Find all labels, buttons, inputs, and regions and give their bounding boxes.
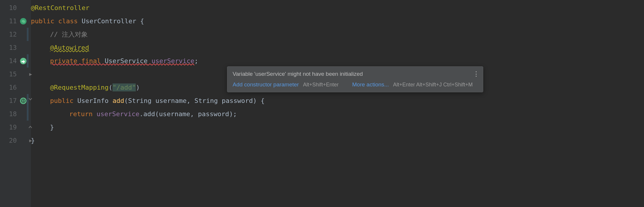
keyword-token: return [69,110,92,118]
punct-token: ) [136,84,140,91]
annotation-token: @Autowired [50,44,89,51]
tooltip-message: Variable 'userService' might not have be… [233,71,478,77]
change-marker [27,107,29,121]
code-line[interactable]: @Autowired [31,41,644,54]
more-actions-link[interactable]: More actions... [352,81,389,88]
gutter-row[interactable]: 18 [0,107,31,121]
change-marker [27,94,29,107]
type-token: String [128,97,151,104]
line-number: 20 [9,137,17,144]
param-token: password [222,97,253,104]
code-line[interactable]: // 注入对象 [31,28,644,41]
line-number: 17 [9,97,17,104]
punct-token: ); [229,110,237,118]
comment-token: // 注入对象 [50,30,88,39]
spring-web-icon[interactable] [19,97,27,105]
line-number: 18 [9,110,17,118]
tooltip-actions: Add constructor parameter Alt+Shift+Ente… [233,81,478,88]
type-token: UserInfo [77,97,109,104]
keyword-token: final [81,57,101,65]
annotation-token: @RequestMapping [50,84,109,91]
punct-token: ; [194,57,198,65]
punct-token: , [187,97,195,104]
line-number: 10 [9,4,17,12]
type-token: String [194,97,218,104]
line-number: 14 [9,57,17,65]
punct-token: . [139,110,143,118]
gutter-row[interactable]: 13 [0,41,31,54]
call-token: add [143,110,155,118]
string-token: "/add" [112,83,136,91]
gutter-row[interactable]: 19 [0,121,31,134]
code-line[interactable]: return userService.add(username, passwor… [31,107,644,121]
gutter-row[interactable]: 11 [0,14,31,28]
brace-token: } [50,124,54,131]
line-number: 12 [9,31,17,38]
brace-token: { [140,17,144,25]
field-token: userService [151,57,194,65]
change-marker [27,54,29,68]
code-line[interactable]: @RestController [31,1,644,14]
punct-token: ( [155,110,159,118]
inspection-tooltip: ⋮ Variable 'userService' might not have … [227,66,483,92]
code-line[interactable]: private final UserService userService; [31,54,644,68]
gutter-row[interactable]: 12 [0,28,31,41]
keyword-token: public [31,17,54,25]
spring-inject-icon[interactable] [19,57,27,65]
gutter: 10 11 12 13 14 15 ▶ 16 17 [0,0,31,207]
keyword-token: private [50,57,77,65]
brace-token: } [31,137,35,144]
change-marker [27,28,29,41]
keyword-token: public [50,97,73,104]
shortcut-label: Alt+Shift+Enter [303,82,339,88]
punct-token: ) { [253,97,265,104]
code-area[interactable]: @RestController public class UserControl… [31,0,644,207]
line-number: 16 [9,84,17,91]
type-token: UserService [105,57,148,65]
code-line[interactable]: public class UserController { [31,14,644,28]
punct-token: , [190,110,198,118]
line-number: 11 [9,17,17,25]
code-editor: 10 11 12 13 14 15 ▶ 16 17 [0,0,644,207]
keyword-token: class [58,17,78,25]
code-line[interactable]: } [31,121,644,134]
method-token: add [112,97,124,104]
code-line[interactable]: public UserInfo add(String username, Str… [31,94,644,107]
line-number: 15 [9,70,17,78]
class-name-token: UserController [82,17,136,25]
gutter-row[interactable]: 20 ▶ [0,134,31,147]
spring-bean-icon[interactable] [19,17,27,25]
arg-token: password [198,110,229,118]
gutter-row[interactable]: 16 [0,81,31,94]
punct-token: ( [124,97,128,104]
gutter-row[interactable]: 17 [0,94,31,107]
param-token: username [155,97,187,104]
arg-token: username [159,110,190,118]
line-number: 13 [9,44,17,51]
code-line[interactable]: } [31,134,644,147]
gutter-row[interactable]: 14 [0,54,31,68]
line-number: 19 [9,124,17,131]
gutter-row[interactable]: 10 [0,1,31,14]
punct-token: ( [109,84,112,91]
field-token: userService [97,110,140,118]
annotation-token: @RestController [31,4,90,12]
shortcut-label: Alt+Enter Alt+Shift+J Ctrl+Shift+M [393,82,473,88]
add-constructor-parameter-link[interactable]: Add constructor parameter [233,81,299,88]
gutter-row[interactable]: 15 ▶ [0,68,31,81]
more-options-icon[interactable]: ⋮ [473,70,479,78]
